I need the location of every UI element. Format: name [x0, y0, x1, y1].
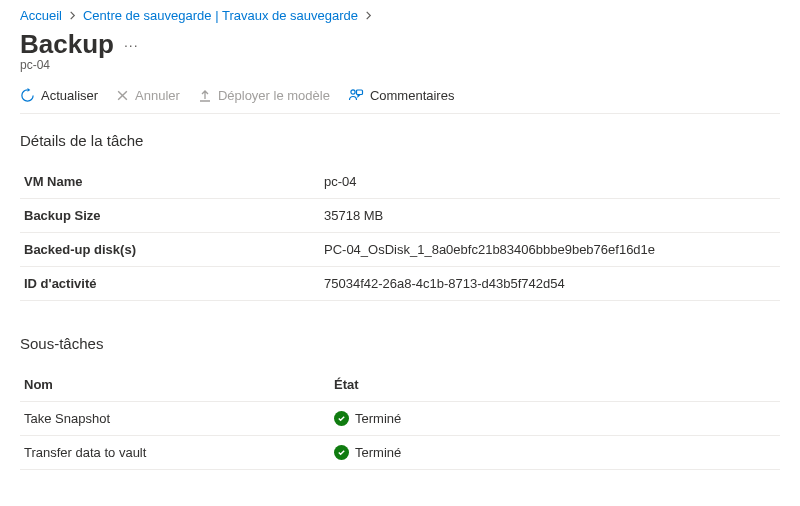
subtasks-col-state: État	[330, 368, 780, 402]
detail-row: Backed-up disk(s) PC-04_OsDisk_1_8a0ebfc…	[20, 233, 780, 267]
subtasks-heading: Sous-tâches	[20, 335, 780, 352]
chevron-right-icon	[364, 11, 373, 20]
refresh-icon	[20, 88, 35, 103]
subtask-name: Take Snapshot	[20, 402, 330, 436]
more-actions-button[interactable]: ···	[124, 37, 139, 53]
details-heading: Détails de la tâche	[20, 132, 780, 149]
details-table: VM Name pc-04 Backup Size 35718 MB Backe…	[20, 165, 780, 301]
chevron-right-icon	[68, 11, 77, 20]
comments-label: Commentaires	[370, 88, 455, 103]
svg-rect-1	[356, 90, 362, 95]
cancel-button[interactable]: Annuler	[116, 86, 180, 105]
cancel-label: Annuler	[135, 88, 180, 103]
subtask-row: Take Snapshot Terminé	[20, 402, 780, 436]
subtask-name: Transfer data to vault	[20, 436, 330, 470]
svg-point-0	[351, 90, 355, 94]
detail-value: 35718 MB	[320, 199, 780, 233]
subtask-status: Terminé	[334, 411, 776, 426]
detail-row: ID d'activité 75034f42-26a8-4c1b-8713-d4…	[20, 267, 780, 301]
subtask-state-label: Terminé	[355, 445, 401, 460]
detail-row: Backup Size 35718 MB	[20, 199, 780, 233]
detail-value: 75034f42-26a8-4c1b-8713-d43b5f742d54	[320, 267, 780, 301]
detail-row: VM Name pc-04	[20, 165, 780, 199]
breadcrumb: Accueil Centre de sauvegarde | Travaux d…	[20, 8, 780, 23]
breadcrumb-home[interactable]: Accueil	[20, 8, 62, 23]
detail-label: VM Name	[20, 165, 320, 199]
close-icon	[116, 89, 129, 102]
detail-label: Backup Size	[20, 199, 320, 233]
person-comment-icon	[348, 88, 364, 103]
detail-value: PC-04_OsDisk_1_8a0ebfc21b83406bbbe9beb76…	[320, 233, 780, 267]
subtask-row: Transfer data to vault Terminé	[20, 436, 780, 470]
toolbar: Actualiser Annuler Déployer le modèle Co…	[20, 86, 780, 114]
success-icon	[334, 411, 349, 426]
page-title: Backup	[20, 29, 114, 60]
deploy-label: Déployer le modèle	[218, 88, 330, 103]
subtask-state-label: Terminé	[355, 411, 401, 426]
title-row: Backup ···	[20, 29, 780, 60]
refresh-button[interactable]: Actualiser	[20, 86, 98, 105]
upload-icon	[198, 89, 212, 103]
success-icon	[334, 445, 349, 460]
breadcrumb-center[interactable]: Centre de sauvegarde | Travaux de sauveg…	[83, 8, 358, 23]
subtasks-col-name: Nom	[20, 368, 330, 402]
detail-label: ID d'activité	[20, 267, 320, 301]
subtasks-table: Nom État Take Snapshot Terminé Transfer …	[20, 368, 780, 470]
subtask-status: Terminé	[334, 445, 776, 460]
refresh-label: Actualiser	[41, 88, 98, 103]
page-subtitle: pc-04	[20, 58, 780, 72]
detail-label: Backed-up disk(s)	[20, 233, 320, 267]
comments-button[interactable]: Commentaires	[348, 86, 455, 105]
detail-value: pc-04	[320, 165, 780, 199]
deploy-template-button[interactable]: Déployer le modèle	[198, 86, 330, 105]
